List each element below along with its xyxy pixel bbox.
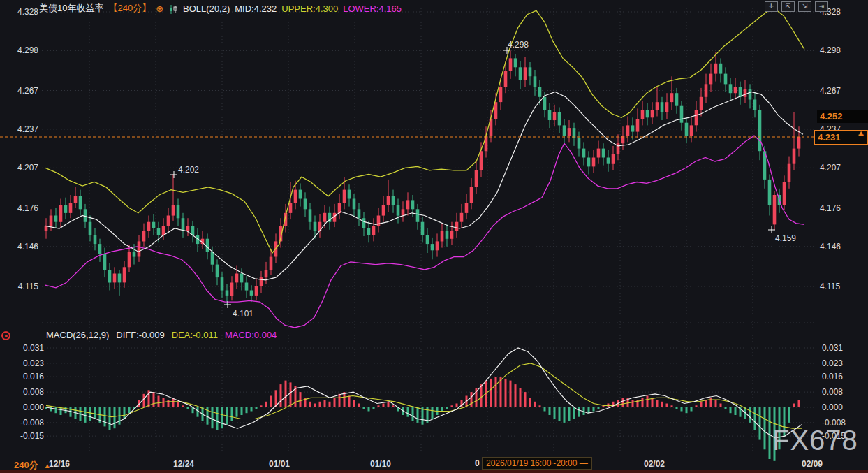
svg-text:01/01: 01/01 bbox=[269, 459, 290, 469]
macd-diff-value: DIFF:-0.009 bbox=[116, 330, 164, 340]
svg-text:12/24: 12/24 bbox=[173, 459, 194, 469]
svg-text:0.016: 0.016 bbox=[23, 372, 44, 381]
svg-text:4.298: 4.298 bbox=[17, 45, 38, 55]
left-price-axis: 4.3284.2984.2674.2374.2074.1764.1464.115 bbox=[17, 7, 38, 291]
kline-chart-canvas[interactable]: 4.2024.1014.2984.1594.3284.2984.2674.237… bbox=[0, 0, 868, 473]
svg-text:-0.015: -0.015 bbox=[20, 431, 44, 441]
svg-text:4.146: 4.146 bbox=[820, 242, 841, 252]
svg-text:0.023: 0.023 bbox=[23, 358, 44, 368]
chevron-up-icon: ▲ bbox=[44, 462, 51, 470]
svg-text:0.008: 0.008 bbox=[23, 387, 44, 397]
live-dot-icon bbox=[1, 331, 10, 340]
chart-toolbar: ✛⇱⇲⇥ bbox=[765, 1, 828, 12]
macd-left-axis: 0.0310.0230.0160.0080.000-0.008-0.015 bbox=[20, 343, 44, 441]
svg-text:4.298: 4.298 bbox=[820, 45, 841, 55]
svg-text:4.101: 4.101 bbox=[233, 309, 253, 319]
macd-macd-value: MACD:0.004 bbox=[225, 330, 277, 340]
crosshair-date-tooltip: 2026/01/19 16:00~20:00 — bbox=[482, 457, 592, 470]
svg-text:4.298: 4.298 bbox=[508, 40, 529, 50]
svg-text:4.115: 4.115 bbox=[18, 282, 38, 291]
svg-text:4.176: 4.176 bbox=[17, 203, 38, 213]
svg-text:4.202: 4.202 bbox=[178, 165, 199, 175]
price-annotations: 4.2024.1014.2984.159 bbox=[170, 40, 796, 319]
candlesticks bbox=[45, 50, 801, 304]
svg-text:0.031: 0.031 bbox=[23, 343, 44, 353]
svg-text:-0.008: -0.008 bbox=[20, 418, 44, 428]
trading-chart-window: 4.2024.1014.2984.1594.3284.2984.2674.237… bbox=[0, 0, 868, 473]
price-arrow-icon: ▲ ▔ bbox=[857, 130, 865, 141]
period-tag[interactable]: 【240分】 bbox=[108, 2, 151, 15]
right-price-axis: 4.3284.2984.2674.2374.2074.1764.1464.115 bbox=[820, 7, 841, 291]
svg-text:0.000: 0.000 bbox=[822, 402, 843, 412]
boll-mid-line bbox=[45, 92, 803, 279]
svg-text:4.207: 4.207 bbox=[17, 163, 38, 173]
svg-text:12/16: 12/16 bbox=[49, 459, 70, 469]
zoom-out-window-icon[interactable]: ⇲ bbox=[798, 1, 811, 12]
macd-header: MACD(26,12,9) DIFF:-0.009 DEA:-0.011 MAC… bbox=[46, 330, 277, 340]
svg-text:4.115: 4.115 bbox=[820, 282, 840, 291]
x-axis-labels: 12/1612/2401/0101/1002/0202/09 bbox=[49, 459, 823, 469]
price-badge-upper: 4.252 bbox=[817, 110, 868, 123]
chart-header: 美债10年收益率 【240分】 ⊕ BOLL(20,2) MID:4.232 U… bbox=[39, 2, 402, 15]
zoom-in-window-icon[interactable]: ⇱ bbox=[781, 1, 795, 12]
svg-text:0.000: 0.000 bbox=[23, 402, 44, 412]
svg-text:0.008: 0.008 bbox=[822, 387, 843, 397]
svg-text:4.159: 4.159 bbox=[775, 233, 796, 243]
svg-text:02/02: 02/02 bbox=[644, 459, 665, 469]
svg-text:0.031: 0.031 bbox=[822, 343, 843, 353]
watermark: FX678 bbox=[772, 425, 858, 456]
boll-lower-value: LOWER:4.165 bbox=[343, 3, 402, 14]
svg-text:4.237: 4.237 bbox=[17, 124, 38, 134]
zoom-circle-icon[interactable]: ⊕ bbox=[156, 3, 163, 14]
macd-dea-value: DEA:-0.011 bbox=[172, 330, 218, 340]
svg-text:4.207: 4.207 bbox=[820, 163, 841, 173]
svg-text:4.176: 4.176 bbox=[820, 203, 841, 213]
macd-histogram bbox=[45, 377, 800, 461]
svg-text:01/10: 01/10 bbox=[370, 459, 391, 469]
kline-icon bbox=[168, 5, 178, 14]
instrument-title: 美债10年收益率 bbox=[39, 2, 103, 15]
svg-text:4.328: 4.328 bbox=[17, 7, 38, 17]
svg-text:02/09: 02/09 bbox=[802, 459, 823, 469]
boll-upper-value: UPPER:4.300 bbox=[281, 3, 338, 14]
svg-text:4.267: 4.267 bbox=[17, 86, 38, 96]
macd-diff-line bbox=[46, 348, 802, 438]
popout-window-icon[interactable]: ⇥ bbox=[815, 1, 828, 12]
price-arrow-base: ▔ bbox=[857, 136, 865, 141]
svg-text:0.023: 0.023 bbox=[822, 358, 843, 368]
boll-mid-value: MID:4.232 bbox=[235, 3, 277, 14]
bottom-strip bbox=[0, 470, 868, 473]
svg-text:4.267: 4.267 bbox=[820, 86, 841, 96]
crosshair-icon[interactable]: ✛ bbox=[765, 1, 778, 12]
boll-label: BOLL(20,2) bbox=[183, 3, 230, 14]
svg-text:4.146: 4.146 bbox=[17, 242, 38, 252]
svg-text:0.016: 0.016 bbox=[822, 372, 843, 381]
macd-label: MACD(26,12,9) bbox=[46, 330, 109, 340]
x-axis-partial-label: 0 bbox=[475, 458, 480, 468]
